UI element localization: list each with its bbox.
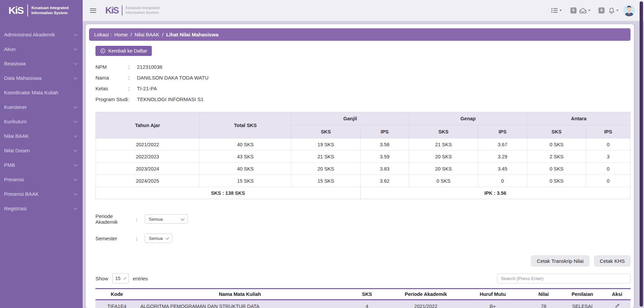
summary-group-ganjil: Ganjil — [291, 112, 409, 125]
column-header-aksi[interactable]: Aksi — [604, 289, 631, 300]
filter-semester: Semester : Semua — [95, 234, 631, 243]
summary-cell: 19 SKS — [291, 138, 360, 151]
summary-sub-ips: IPS — [478, 125, 527, 138]
summary-cell: 2024/2025 — [96, 175, 199, 187]
sidebar-item-pmb[interactable]: PMB — [0, 158, 83, 172]
summary-row: 2021/202240 SKS19 SKS3.5821 SKS3.670 SKS… — [96, 138, 631, 151]
breadcrumb-link-home[interactable]: Home — [114, 32, 128, 37]
filter-label: Semester — [95, 236, 136, 241]
summary-cell: 0 — [586, 138, 631, 151]
topbar: KiS Kesatuan Integrated Information Syst… — [83, 0, 644, 21]
summary-cell: 2022/2023 — [96, 151, 199, 163]
sidebar-item-label: Presensi — [4, 177, 24, 182]
info-value: TEKNOLOGI INFORMASI S1 — [137, 96, 204, 102]
cell-nama: ALGORITMA PEMOGRAMAN DAN STRUKTUR DATA — [138, 300, 342, 308]
summary-cell: 0 — [586, 163, 631, 175]
column-header-huruf-mutu[interactable]: Huruf Mutu — [459, 289, 526, 300]
bell-icon — [609, 7, 615, 14]
sidebar-item-administrasi-akademik[interactable]: Administrasi Akademik — [0, 27, 83, 42]
chevron-down-icon — [588, 10, 590, 11]
sidebar-brand[interactable]: KiS Kesatuan Integrated Information Syst… — [0, 0, 83, 21]
summary-cell: 3.45 — [478, 163, 527, 175]
tasks-menu-button[interactable] — [551, 8, 562, 13]
brand-name: Kesatuan Integrated Information System — [125, 6, 160, 15]
colon: : — [136, 236, 144, 241]
sidebar-item-nilai-baak[interactable]: Nilai BAAK — [0, 129, 83, 143]
hamburger-menu-icon[interactable] — [90, 8, 96, 13]
sidebar-item-label: Nilai BAAK — [4, 133, 29, 139]
summary-sub-sks: SKS — [409, 125, 478, 138]
sidebar-item-data-mahasiswa[interactable]: Data Mahasiswa — [0, 71, 83, 85]
print-transcript-button[interactable]: Cetak Transkrip Nilai — [531, 255, 589, 267]
sidebar-item-label: Kurikulum — [4, 119, 27, 124]
summary-sub-ips: IPS — [360, 125, 409, 138]
cell-aksi — [604, 300, 631, 308]
sidebar-item-kurikulum[interactable]: Kurikulum — [0, 114, 83, 129]
sidebar-item-nilai-dosen[interactable]: Nilai Dosen — [0, 143, 83, 158]
brand-name-line1: Kesatuan Integrated — [31, 6, 69, 10]
semester-select[interactable]: Semua — [145, 234, 172, 243]
back-button-label: Kembali ke Daftar — [108, 48, 147, 54]
student-info: NPM:212310038Nama:DANILSON DAKA TODA WAT… — [95, 61, 631, 104]
kis-logo: KiS — [105, 6, 118, 15]
periode-akademik-select[interactable]: Semua — [145, 214, 188, 224]
sidebar-item-label: Presensi BAAK — [4, 191, 39, 197]
summary-cell: 21 SKS — [291, 151, 360, 163]
summary-row: 2024/202515 SKS15 SKS3.620 SKS00 SKS0 — [96, 175, 631, 187]
chevron-down-icon — [560, 10, 562, 11]
summary-total-ipk: IPK : 3.56 — [360, 187, 630, 199]
brand-name-line2: Information System — [31, 11, 67, 15]
tasks-list-icon — [551, 8, 558, 13]
notifications-menu-button[interactable] — [609, 7, 618, 14]
colon: : — [128, 86, 137, 91]
info-value: 212310038 — [137, 64, 162, 70]
column-header-kode[interactable]: Kode — [95, 289, 138, 300]
summary-cell: 3.59 — [360, 151, 409, 163]
summary-cell: 0 — [586, 175, 631, 187]
column-header-sks[interactable]: SKS — [342, 289, 393, 300]
sidebar-item-beasiswa[interactable]: Beasiswa — [0, 56, 83, 71]
column-header-nilai[interactable]: Nilai — [526, 289, 561, 300]
sidebar-item-kuesioner[interactable]: Kuesioner — [0, 100, 83, 114]
list-controls: Show 15 entries — [95, 273, 631, 283]
info-value: DANILSON DAKA TODA WATU — [137, 75, 208, 81]
sidebar-item-presensi[interactable]: Presensi — [0, 172, 83, 187]
print-khs-button[interactable]: Cetak KHS — [594, 255, 631, 267]
sidebar-item-koordinator-mata-kuliah[interactable]: Koordinator Mata Kuliah — [0, 85, 83, 100]
sidebar-item-presensi-baak[interactable]: Presensi BAAK — [0, 187, 83, 201]
cell-penilaian: SELESAI — [561, 300, 604, 308]
grades-header-row: KodeNama Mata KuliahSKSPeriode AkademikH… — [95, 289, 631, 300]
summary-col-total-sks: Total SKS — [199, 112, 291, 138]
summary-cell: 3.83 — [360, 163, 409, 175]
info-label: Kelas — [95, 86, 128, 91]
column-header-penilaian[interactable]: Penilaian — [561, 289, 604, 300]
breadcrumb-separator: / — [162, 32, 163, 37]
colon: : — [128, 75, 137, 81]
back-to-list-button[interactable]: Kembali ke Daftar — [95, 46, 152, 56]
column-header-periode-akademik[interactable]: Periode Akademik — [392, 289, 459, 300]
circle-arrow-left-icon — [100, 48, 106, 54]
topbar-brand[interactable]: KiS Kesatuan Integrated Information Syst… — [105, 5, 160, 16]
user-avatar[interactable] — [623, 4, 635, 17]
sidebar-item-akun[interactable]: Akun — [0, 42, 83, 56]
filter-periode-akademik: Periode Akademik : Semua — [95, 213, 631, 225]
sidebar-nav: Administrasi AkademikAkunBeasiswaData Ma… — [0, 21, 83, 216]
column-header-nama-mata-kuliah[interactable]: Nama Mata Kuliah — [138, 289, 342, 300]
summary-cell: 43 SKS — [199, 151, 291, 163]
sidebar-item-registrasi[interactable]: Registrasi — [0, 201, 83, 216]
breadcrumb-link-nilai-baak[interactable]: Nilai BAAK — [135, 32, 159, 37]
summary-cell: 3.62 — [360, 175, 409, 187]
breadcrumb-separator: / — [131, 32, 132, 37]
cell-periode: 2021/2022 — [392, 300, 459, 308]
summary-cell: 20 SKS — [409, 151, 478, 163]
vertical-scrollbar[interactable] — [640, 1, 643, 307]
edit-pencil-icon[interactable] — [615, 303, 620, 308]
chevron-down-icon — [180, 217, 184, 220]
cell-kode: TIFA1E4 — [95, 300, 138, 308]
selected-value: 15 — [115, 276, 121, 281]
search-input[interactable] — [497, 274, 631, 283]
mail-menu-button[interactable] — [579, 8, 590, 13]
entries-select[interactable]: 15 — [112, 273, 129, 283]
logo-divider — [122, 5, 122, 16]
chevron-down-icon — [74, 119, 77, 123]
